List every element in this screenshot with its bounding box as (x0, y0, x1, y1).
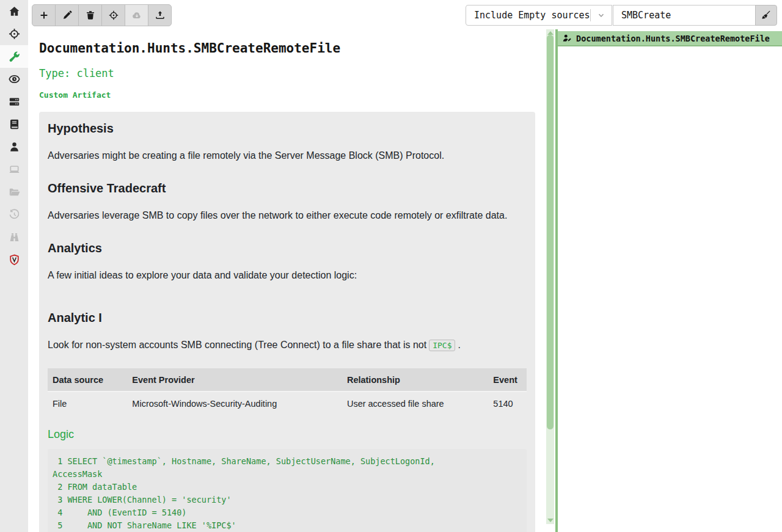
artifact-filter-group: Include Empty sources (466, 5, 777, 26)
download-artifact-button[interactable] (125, 4, 148, 26)
custom-artifact-badge: Custom Artifact (39, 90, 546, 100)
code-line: 1 SELECT `@timestamp`, Hostname, ShareNa… (53, 455, 522, 481)
home-icon (9, 5, 20, 17)
sidebar-item-artifacts[interactable] (0, 45, 28, 68)
artifact-detail-pane: Documentation.Hunts.SMBCreateRemoteFile … (28, 29, 546, 532)
analytic1-text: Look for non-system accounts SMB connect… (48, 338, 527, 353)
sources-filter-select[interactable]: Include Empty sources (466, 5, 612, 26)
cell-event-provider: Microsoft-Windows-Security-Auditing (127, 392, 342, 415)
sidebar-item-home[interactable] (0, 0, 28, 23)
col-relationship: Relationship (342, 368, 488, 392)
col-data-source: Data source (48, 368, 127, 392)
broom-icon (761, 10, 771, 20)
sidebar-item-client-events[interactable] (0, 226, 28, 249)
wrench-icon (9, 51, 20, 62)
col-event-provider: Event Provider (127, 368, 342, 392)
sidebar-item-users[interactable] (0, 136, 28, 158)
triangle-down-icon (547, 519, 554, 522)
pencil-icon (62, 10, 72, 20)
history-icon (9, 209, 20, 220)
sidebar-item-hunts[interactable] (0, 23, 28, 45)
artifact-list-scrollbar[interactable] (546, 29, 554, 524)
trash-icon (86, 10, 95, 20)
tradecraft-text: Adversaries leverage SMB to copy files o… (48, 208, 527, 223)
sidebar-item-collected[interactable] (0, 203, 28, 226)
artifact-actions-group (32, 4, 172, 26)
data-sources-table: Data source Event Provider Relationship … (48, 368, 527, 415)
artifact-description-card: Hypothesis Adversaries might be creating… (39, 112, 535, 532)
laptop-icon (9, 164, 20, 175)
cloud-download-icon (132, 10, 142, 20)
hunt-artifact-button[interactable] (101, 4, 125, 26)
sidebar-item-monitoring[interactable] (0, 68, 28, 90)
server-icon (9, 96, 20, 107)
upload-icon (155, 10, 165, 20)
artifact-type: Type: client (39, 67, 546, 79)
logic-code-block: 1 SELECT `@timestamp`, Hostname, ShareNa… (48, 449, 527, 532)
code-line: 3 WHERE LOWER(Channel) = 'security' (53, 494, 522, 506)
table-row: File Microsoft-Windows-Security-Auditing… (48, 392, 527, 415)
eye-clock-icon (9, 73, 20, 85)
scrollbar-thumb[interactable] (547, 35, 554, 429)
artifact-list-item-label: Documentation.Hunts.SMBCreateRemoteFile (576, 34, 770, 43)
delete-artifact-button[interactable] (78, 4, 102, 26)
analytics-text: A few initial ideas to explore your data… (48, 268, 527, 283)
crosshair-icon (9, 28, 20, 40)
user-icon (9, 141, 20, 153)
artifact-list-pane: Documentation.Hunts.SMBCreateRemoteFile (558, 29, 782, 532)
chevron-down-icon (591, 11, 612, 20)
hypothesis-text: Adversaries might be creating a file rem… (48, 148, 527, 163)
analytic1-heading: Analytic I (48, 311, 527, 325)
user-edit-icon (563, 34, 572, 43)
top-toolbar: Include Empty sources (28, 0, 782, 29)
sidebar-item-host-info[interactable] (0, 158, 28, 181)
crosshair-icon (109, 10, 119, 20)
scroll-down-button[interactable] (546, 517, 554, 523)
hypothesis-heading: Hypothesis (48, 122, 527, 136)
plus-icon (39, 10, 49, 20)
sidebar-nav (0, 0, 28, 532)
tradecraft-heading: Offensive Tradecraft (48, 181, 527, 195)
cell-event: 5140 (488, 392, 527, 415)
col-event: Event (488, 368, 527, 392)
logic-heading: Logic (48, 428, 527, 441)
folder-open-icon (9, 186, 20, 198)
inline-code-ipc: IPC$ (429, 340, 455, 351)
edit-artifact-button[interactable] (55, 4, 79, 26)
shield-logo-icon (9, 254, 20, 266)
table-header-row: Data source Event Provider Relationship … (48, 368, 527, 392)
book-icon (9, 118, 20, 130)
sidebar-item-vfs[interactable] (0, 181, 28, 203)
binoculars-icon (9, 231, 20, 243)
upload-artifact-button[interactable] (148, 4, 172, 26)
sources-filter-label: Include Empty sources (474, 10, 590, 21)
cell-relationship: User accessed file share (342, 392, 488, 415)
velociraptor-logo (0, 249, 28, 271)
code-line: 5 AND NOT ShareName LIKE '%IPC$' (53, 519, 522, 532)
add-artifact-button[interactable] (32, 4, 56, 26)
page-title: Documentation.Hunts.SMBCreateRemoteFile (39, 40, 546, 56)
cell-data-source: File (48, 392, 127, 415)
artifact-search-input[interactable] (613, 5, 756, 26)
analytic1-text-before: Look for non-system accounts SMB connect… (48, 340, 426, 350)
analytic1-text-after: . (458, 340, 460, 350)
clear-search-button[interactable] (755, 5, 777, 26)
sidebar-item-notebooks[interactable] (0, 113, 28, 136)
code-line: 2 FROM dataTable (53, 481, 522, 494)
code-line: 4 AND (EventID = 5140) (53, 506, 522, 519)
analytics-heading: Analytics (48, 241, 527, 255)
artifact-list-item-selected[interactable]: Documentation.Hunts.SMBCreateRemoteFile (558, 31, 782, 46)
sidebar-item-server[interactable] (0, 90, 28, 113)
